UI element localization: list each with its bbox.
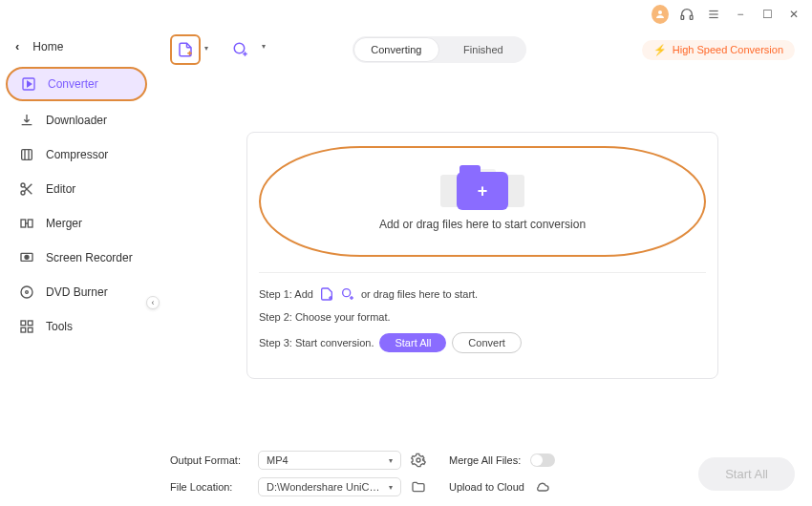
minimize-button[interactable]: − xyxy=(732,6,749,23)
sidebar-item-dvd-burner[interactable]: DVD Burner xyxy=(6,277,147,307)
chevron-down-icon: ▾ xyxy=(389,483,393,492)
sidebar-label: DVD Burner xyxy=(46,285,108,299)
svg-marker-7 xyxy=(28,81,32,86)
avatar[interactable] xyxy=(652,6,669,23)
tab-finished[interactable]: Finished xyxy=(440,36,526,63)
output-format-label: Output Format: xyxy=(170,454,248,466)
sidebar: ‹ Home Converter Downloader Compressor E… xyxy=(0,29,153,506)
disc-icon xyxy=(19,285,34,300)
svg-point-11 xyxy=(21,183,25,187)
sidebar-label: Merger xyxy=(46,217,82,230)
badge-label: High Speed Conversion xyxy=(673,44,783,55)
status-tabs: Converting Finished xyxy=(353,36,526,63)
step-1: Step 1: Add or drag files here to start. xyxy=(259,286,706,302)
svg-rect-16 xyxy=(28,220,32,227)
svg-point-0 xyxy=(658,11,662,14)
scissors-icon xyxy=(19,181,34,197)
chevron-left-icon: ‹ xyxy=(15,39,19,53)
start-all-button[interactable]: Start All xyxy=(379,333,446,352)
add-file-button[interactable]: ▾ xyxy=(170,34,201,65)
svg-point-21 xyxy=(26,291,29,294)
settings-icon[interactable] xyxy=(411,453,426,468)
svg-rect-8 xyxy=(22,150,32,160)
sidebar-label: Converter xyxy=(48,77,98,91)
sidebar-label: Downloader xyxy=(46,114,107,127)
footer-bar: Output Format: MP4 ▾ Merge All Files: Fi… xyxy=(170,443,795,496)
svg-point-20 xyxy=(21,286,32,298)
svg-point-38 xyxy=(343,289,351,297)
chevron-down-icon: ▾ xyxy=(262,42,266,51)
home-button[interactable]: ‹ Home xyxy=(0,33,153,59)
folder-plus-icon: + xyxy=(457,172,508,210)
file-location-label: File Location: xyxy=(170,481,248,493)
close-button[interactable]: ✕ xyxy=(785,6,802,23)
upload-cloud-label: Upload to Cloud xyxy=(449,481,524,493)
sidebar-collapse-handle[interactable]: ‹ xyxy=(146,296,160,309)
convert-button[interactable]: Convert xyxy=(452,332,522,353)
sidebar-item-tools[interactable]: Tools xyxy=(6,311,147,342)
svg-point-12 xyxy=(21,191,25,195)
sidebar-label: Tools xyxy=(46,320,73,333)
sidebar-label: Compressor xyxy=(46,148,108,161)
start-all-footer-button[interactable]: Start All xyxy=(698,457,795,491)
recorder-icon xyxy=(19,250,34,265)
sidebar-item-screen-recorder[interactable]: Screen Recorder xyxy=(6,242,147,273)
sidebar-label: Screen Recorder xyxy=(46,251,133,264)
grid-icon xyxy=(19,319,34,334)
title-bar: − ☐ ✕ xyxy=(0,0,812,29)
steps-panel: Step 1: Add or drag files here to start.… xyxy=(259,272,706,353)
svg-rect-25 xyxy=(28,327,32,332)
download-icon xyxy=(19,113,34,128)
bolt-icon: ⚡ xyxy=(653,44,667,56)
content-area: ▾ ▾ Converting Finished ⚡ High Speed Con… xyxy=(153,29,812,506)
dropzone-label: Add or drag files here to start conversi… xyxy=(379,218,586,231)
step-2: Step 2: Choose your format. xyxy=(259,311,706,323)
home-label: Home xyxy=(32,40,63,53)
sidebar-item-downloader[interactable]: Downloader xyxy=(6,105,147,136)
add-url-button[interactable]: ▾ xyxy=(225,34,256,65)
svg-rect-22 xyxy=(21,321,26,326)
svg-rect-2 xyxy=(690,15,693,19)
tab-converting[interactable]: Converting xyxy=(353,37,439,62)
headset-icon[interactable] xyxy=(678,6,695,23)
sidebar-item-converter[interactable]: Converter xyxy=(6,67,147,101)
svg-point-30 xyxy=(234,43,245,53)
cloud-icon[interactable] xyxy=(534,479,551,495)
add-file-mini-icon xyxy=(319,286,334,302)
merge-toggle[interactable] xyxy=(530,453,555,467)
folder-icon[interactable] xyxy=(411,479,426,495)
sidebar-item-merger[interactable]: Merger xyxy=(6,208,147,239)
svg-rect-1 xyxy=(681,15,684,19)
dropzone-card: + Add or drag files here to start conver… xyxy=(246,132,718,379)
output-format-select[interactable]: MP4 ▾ xyxy=(258,451,401,470)
sidebar-item-compressor[interactable]: Compressor xyxy=(6,139,147,170)
menu-icon[interactable] xyxy=(705,6,722,23)
chevron-down-icon: ▾ xyxy=(389,456,393,465)
svg-rect-24 xyxy=(21,327,26,332)
svg-point-41 xyxy=(417,458,420,462)
merger-icon xyxy=(19,216,34,231)
sidebar-item-editor[interactable]: Editor xyxy=(6,174,147,204)
svg-rect-23 xyxy=(28,321,32,326)
high-speed-badge[interactable]: ⚡ High Speed Conversion xyxy=(642,40,795,60)
maximize-button[interactable]: ☐ xyxy=(759,6,776,23)
step-3: Step 3: Start conversion. Start All Conv… xyxy=(259,332,706,353)
converter-icon xyxy=(21,76,36,92)
merge-label: Merge All Files: xyxy=(449,454,521,466)
add-url-mini-icon xyxy=(340,286,355,302)
chevron-down-icon: ▾ xyxy=(204,44,208,53)
svg-rect-15 xyxy=(21,220,26,227)
file-location-select[interactable]: D:\Wondershare UniConverter 1 ▾ xyxy=(258,477,401,496)
sidebar-label: Editor xyxy=(46,182,75,196)
dropzone[interactable]: + Add or drag files here to start conver… xyxy=(259,146,706,257)
svg-point-19 xyxy=(25,255,29,259)
compressor-icon xyxy=(19,147,34,162)
toolbar: ▾ ▾ Converting Finished ⚡ High Speed Con… xyxy=(170,34,795,65)
